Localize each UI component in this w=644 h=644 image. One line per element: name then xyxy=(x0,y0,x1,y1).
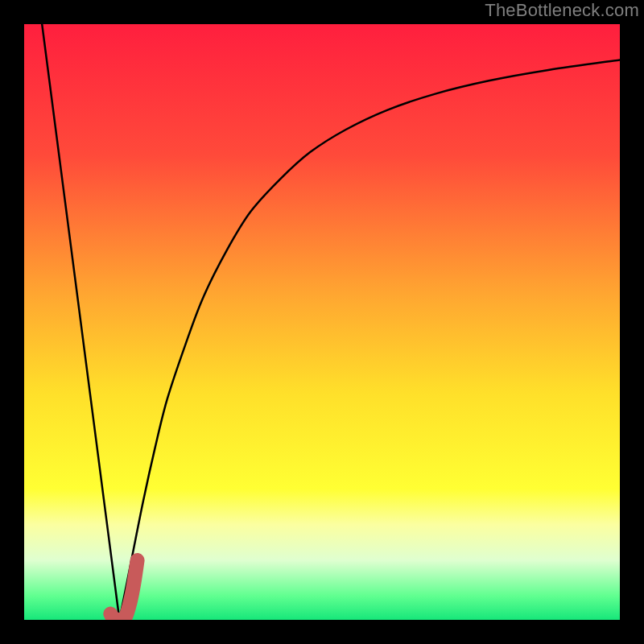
gradient-background xyxy=(24,24,620,620)
watermark-text: TheBottleneck.com xyxy=(485,0,639,21)
chart-svg xyxy=(24,24,620,620)
plot-area xyxy=(24,24,620,620)
outer-frame: TheBottleneck.com xyxy=(0,0,644,644)
